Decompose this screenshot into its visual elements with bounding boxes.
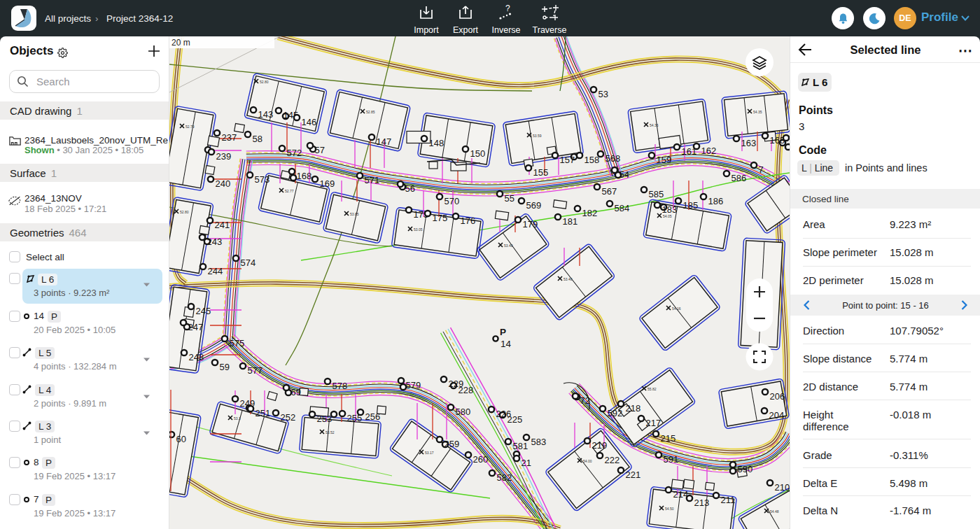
svg-text:179: 179 [523, 219, 538, 230]
svg-text:175: 175 [433, 213, 448, 223]
svg-text:146: 146 [302, 117, 317, 127]
svg-text:206: 206 [770, 391, 785, 402]
svg-text:586: 586 [732, 173, 747, 183]
svg-text:251: 251 [255, 408, 271, 418]
svg-text:21: 21 [522, 458, 531, 468]
svg-text:568: 568 [606, 153, 621, 164]
svg-text:591: 591 [664, 454, 679, 465]
svg-text:217: 217 [646, 418, 662, 428]
svg-text:584: 584 [615, 203, 630, 213]
svg-text:247: 247 [188, 322, 204, 332]
svg-text:53.52: 53.52 [326, 430, 335, 435]
svg-text:157: 157 [560, 155, 575, 165]
svg-text:69: 69 [291, 387, 301, 397]
svg-text:585: 585 [649, 189, 664, 199]
svg-text:226: 226 [496, 409, 512, 419]
svg-text:150: 150 [470, 148, 486, 159]
svg-text:57: 57 [315, 145, 325, 155]
svg-text:54.16: 54.16 [672, 306, 681, 311]
svg-text:159: 159 [657, 155, 672, 165]
svg-text:54.35: 54.35 [650, 123, 659, 127]
svg-text:252: 252 [281, 412, 296, 423]
svg-text:181: 181 [563, 216, 578, 227]
svg-text:53.17: 53.17 [425, 451, 434, 455]
svg-text:56: 56 [405, 183, 415, 194]
svg-text:54.48: 54.48 [770, 509, 779, 514]
svg-text:582: 582 [497, 472, 512, 483]
svg-text:253: 253 [317, 414, 332, 424]
svg-text:158: 158 [584, 155, 600, 165]
svg-text:219: 219 [592, 440, 608, 451]
svg-text:183: 183 [662, 204, 678, 215]
svg-text:148: 148 [429, 138, 444, 148]
svg-text:577: 577 [248, 365, 263, 376]
svg-text:53.40: 53.40 [504, 244, 513, 248]
svg-text:53: 53 [598, 89, 608, 99]
svg-text:52.79: 52.79 [186, 125, 195, 129]
svg-text:570: 570 [444, 196, 460, 206]
svg-text:245: 245 [196, 306, 211, 316]
svg-text:572: 572 [287, 148, 302, 158]
svg-text:P: P [500, 327, 506, 337]
svg-text:578: 578 [332, 381, 348, 391]
svg-text:218: 218 [626, 403, 641, 414]
svg-text:176: 176 [461, 216, 476, 226]
svg-text:59: 59 [220, 362, 230, 372]
svg-text:155: 155 [533, 167, 549, 178]
svg-text:243: 243 [207, 237, 223, 247]
svg-text:182: 182 [582, 208, 598, 218]
svg-text:53.59: 53.59 [533, 134, 542, 138]
svg-text:143: 143 [258, 109, 274, 120]
svg-text:147: 147 [377, 136, 392, 147]
svg-text:72: 72 [580, 395, 590, 406]
svg-text:221: 221 [626, 470, 641, 480]
svg-text:52.85: 52.85 [366, 110, 375, 114]
svg-text:574: 574 [241, 258, 256, 268]
svg-text:52.77: 52.77 [285, 189, 294, 193]
svg-text:185: 185 [683, 200, 699, 211]
svg-text:54.05: 54.05 [663, 214, 672, 218]
svg-text:204: 204 [769, 410, 785, 421]
svg-text:571: 571 [365, 175, 380, 185]
svg-text:55.82: 55.82 [648, 387, 657, 391]
svg-text:169: 169 [320, 178, 335, 189]
svg-text:53.40: 53.40 [564, 277, 573, 281]
svg-text:229: 229 [449, 379, 464, 389]
svg-text:222: 222 [605, 455, 620, 465]
svg-text:567: 567 [602, 186, 617, 197]
svg-text:53.3: 53.3 [234, 416, 241, 421]
svg-text:168: 168 [297, 171, 312, 181]
svg-text:14: 14 [500, 339, 512, 349]
svg-text:58: 58 [253, 134, 262, 144]
svg-text:52.80: 52.80 [260, 80, 269, 84]
svg-text:53.05: 53.05 [414, 227, 423, 232]
svg-text:583: 583 [531, 437, 547, 447]
svg-text:259: 259 [444, 439, 460, 449]
svg-text:573: 573 [255, 174, 270, 185]
svg-text:55: 55 [505, 193, 514, 204]
svg-text:52.80: 52.80 [180, 210, 189, 214]
svg-text:54.50: 54.50 [665, 507, 674, 511]
svg-text:162: 162 [701, 146, 717, 156]
svg-text:241: 241 [215, 220, 230, 230]
svg-text:575: 575 [230, 338, 245, 348]
svg-text:213: 213 [694, 498, 710, 508]
svg-text:?: ? [505, 4, 510, 13]
svg-text:260: 260 [473, 454, 489, 465]
svg-text:592: 592 [608, 408, 623, 418]
svg-text:186: 186 [708, 196, 724, 206]
svg-text:239: 239 [216, 151, 232, 162]
svg-text:579: 579 [406, 380, 421, 390]
svg-text:256: 256 [365, 411, 381, 422]
svg-text:54: 54 [620, 169, 629, 180]
svg-text:248: 248 [189, 352, 204, 362]
svg-text:237: 237 [222, 132, 237, 143]
svg-text:240: 240 [216, 178, 231, 189]
svg-text:54.00: 54.00 [583, 459, 592, 463]
svg-text:581: 581 [513, 441, 528, 451]
svg-text:211: 211 [721, 495, 736, 505]
svg-text:20 m: 20 m [172, 38, 190, 48]
svg-text:53.85: 53.85 [350, 212, 359, 216]
svg-text:215: 215 [661, 433, 676, 444]
svg-text:210: 210 [775, 482, 790, 493]
